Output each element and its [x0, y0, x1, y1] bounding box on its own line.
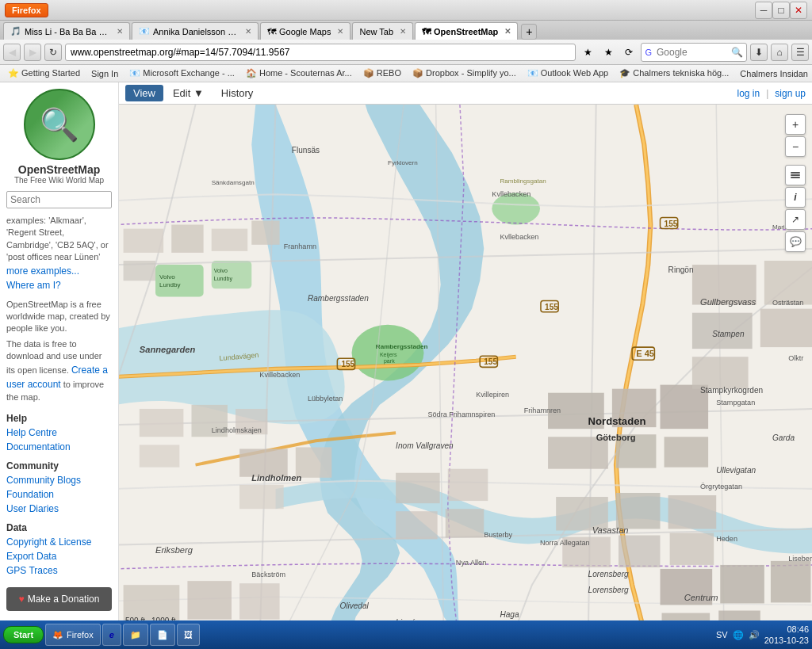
- bookmark-exchange[interactable]: 📧 Microsoft Exchange - ...: [124, 67, 239, 79]
- magnifier-icon: 🔍: [40, 106, 79, 143]
- tab-1[interactable]: 🎵 Miss Li - Ba Ba Ba Lyrics - ... ✕: [3, 22, 130, 40]
- svg-text:155: 155: [341, 360, 354, 368]
- svg-text:Stampen: Stampen: [712, 330, 745, 338]
- donate-button[interactable]: ♥ Make a Donation: [6, 587, 112, 611]
- back-button[interactable]: ◀: [3, 44, 21, 61]
- tab-5[interactable]: 🗺 OpenStreetMap ✕: [415, 22, 518, 40]
- tab-label-3: Google Maps: [279, 27, 331, 36]
- svg-text:Rambergsstaden: Rambergsstaden: [308, 294, 369, 303]
- tab-close-1[interactable]: ✕: [117, 27, 123, 36]
- taskbar-item-firefox[interactable]: 🦊 Firefox: [45, 624, 101, 646]
- osm-logo-area: 🔍 OpenStreetMap The Free Wiki World Map: [0, 86, 118, 188]
- bookmark-sign-in[interactable]: Sign In: [86, 68, 123, 79]
- edit-menu-button[interactable]: Edit ▼: [165, 85, 212, 101]
- intro-section: OpenStreetMap is a free worldwide map, c…: [0, 296, 118, 410]
- tab-4[interactable]: New Tab ✕: [352, 22, 413, 40]
- bookmark-chalmers-insidan[interactable]: Chalmers Insidan: [735, 68, 812, 79]
- svg-rect-20: [171, 225, 203, 253]
- tab-3[interactable]: 🗺 Google Maps ✕: [260, 22, 350, 40]
- heart-icon: ♥: [19, 594, 25, 605]
- svg-rect-23: [251, 220, 279, 244]
- svg-text:Vasastan: Vasastan: [592, 525, 629, 535]
- signup-link[interactable]: sign up: [775, 88, 806, 99]
- tab-icon-3: 🗺: [267, 27, 276, 36]
- map-search-input[interactable]: [7, 192, 119, 208]
- help-section: Help Help Centre Documentation: [0, 410, 118, 457]
- export-data-link[interactable]: Export Data: [6, 549, 112, 563]
- new-tab-button[interactable]: +: [521, 24, 537, 40]
- copyright-license-link[interactable]: Copyright & License: [6, 535, 112, 549]
- share-button[interactable]: ↗: [785, 209, 806, 230]
- svg-text:Lorensberg: Lorensberg: [588, 570, 629, 578]
- help-centre-link[interactable]: Help Centre: [6, 426, 112, 440]
- svg-text:Kvillepiren: Kvillepiren: [476, 391, 509, 399]
- foundation-link[interactable]: Foundation: [6, 487, 112, 502]
- volume-icon: 🔊: [749, 630, 760, 640]
- community-blogs-link[interactable]: Community Blogs: [6, 473, 112, 487]
- layers-button[interactable]: [785, 165, 806, 185]
- svg-rect-55: [239, 583, 280, 619]
- map-container[interactable]: Rambergsstaden Keijers park Volvo Lundby…: [119, 105, 812, 649]
- taskbar-item-folder[interactable]: 📁: [123, 624, 148, 646]
- bookmark-rebo[interactable]: 📦 REBO: [358, 67, 406, 79]
- browser-search-input[interactable]: [652, 44, 731, 61]
- documentation-link[interactable]: Documentation: [6, 440, 112, 454]
- svg-text:Lundby: Lundby: [159, 281, 181, 288]
- forward-button[interactable]: ▶: [24, 44, 41, 61]
- home-button[interactable]: ⌂: [771, 44, 788, 61]
- address-bar[interactable]: [65, 44, 576, 61]
- bookmark-star3-icon: ⟳: [620, 44, 638, 61]
- where-am-i-link[interactable]: Where am I?: [6, 278, 112, 292]
- search-examples-section: examples: 'Alkmaar', 'Regent Street, Cam…: [0, 212, 118, 296]
- view-menu-button[interactable]: View: [125, 85, 163, 101]
- tab-icon-5: 🗺: [422, 27, 431, 36]
- bookmark-outlook[interactable]: 📧 Outlook Web App: [523, 67, 613, 79]
- bookmark-chalmers-tech[interactable]: 🎓 Chalmers tekniska hög...: [615, 67, 733, 79]
- login-link[interactable]: log in: [737, 88, 760, 99]
- bookmark-dropbox[interactable]: 📦 Dropbox - Simplify yo...: [408, 67, 521, 79]
- firefox-button[interactable]: Firefox: [5, 3, 48, 17]
- tab-label-4: New Tab: [359, 27, 393, 36]
- bookmark-getting-started[interactable]: ⭐ Getting Started: [3, 67, 85, 79]
- taskbar-item-ie[interactable]: e: [102, 624, 121, 646]
- clock-date: 2013-10-23: [764, 635, 809, 646]
- tab-icon-2: 📧: [139, 26, 150, 36]
- zoom-in-button[interactable]: +: [785, 114, 806, 135]
- user-diaries-link[interactable]: User Diaries: [6, 502, 112, 516]
- info-button[interactable]: i: [785, 187, 806, 208]
- taskbar-item-app2[interactable]: 🖼: [177, 624, 200, 646]
- refresh-button[interactable]: ↻: [44, 44, 62, 61]
- browser-menu-button[interactable]: ☰: [791, 44, 809, 61]
- svg-text:Gullbergsvass: Gullbergsvass: [700, 297, 756, 307]
- taskbar-item-app1[interactable]: 📄: [150, 624, 175, 646]
- history-menu-button[interactable]: History: [213, 85, 261, 101]
- tab-close-4[interactable]: ✕: [400, 27, 406, 36]
- bookmark-star2-icon[interactable]: ★: [599, 44, 617, 61]
- maximize-button[interactable]: □: [772, 2, 790, 19]
- community-section: Community Community Blogs Foundation Use…: [0, 457, 118, 519]
- bookmark-home[interactable]: 🏠 Home - Scouternas Ar...: [241, 67, 357, 79]
- tab-close-3[interactable]: ✕: [337, 27, 343, 36]
- tab-close-5[interactable]: ✕: [504, 27, 511, 36]
- more-examples-link[interactable]: more examples...: [6, 264, 112, 278]
- start-button[interactable]: Start: [3, 626, 44, 643]
- notes-button[interactable]: 💬: [785, 231, 806, 252]
- svg-rect-59: [446, 509, 484, 537]
- svg-text:Kvllebacken: Kvllebacken: [492, 190, 530, 198]
- gps-traces-link[interactable]: GPS Traces: [6, 563, 112, 578]
- tab-2[interactable]: 📧 Annika Danielsson - Outlook... ✕: [132, 22, 259, 40]
- svg-text:Volvo: Volvo: [214, 268, 228, 273]
- main-layout: 🔍 OpenStreetMap The Free Wiki World Map …: [0, 82, 812, 649]
- svg-rect-6: [155, 265, 204, 296]
- close-button[interactable]: ✕: [790, 2, 807, 19]
- download-button[interactable]: ⬇: [750, 44, 768, 61]
- zoom-out-button[interactable]: −: [785, 136, 806, 157]
- svg-text:Norra Allegatan: Norra Allegatan: [540, 539, 590, 547]
- map-area[interactable]: View Edit ▼ History log in | sign up: [119, 82, 812, 649]
- map-toolbar: View Edit ▼ History log in | sign up: [119, 82, 812, 105]
- search-go-icon[interactable]: 🔍: [731, 47, 743, 58]
- tab-close-2[interactable]: ✕: [245, 27, 251, 36]
- bookmark-star-icon[interactable]: ★: [579, 44, 596, 61]
- osm-logo: 🔍: [24, 89, 95, 160]
- minimize-button[interactable]: ─: [755, 2, 772, 19]
